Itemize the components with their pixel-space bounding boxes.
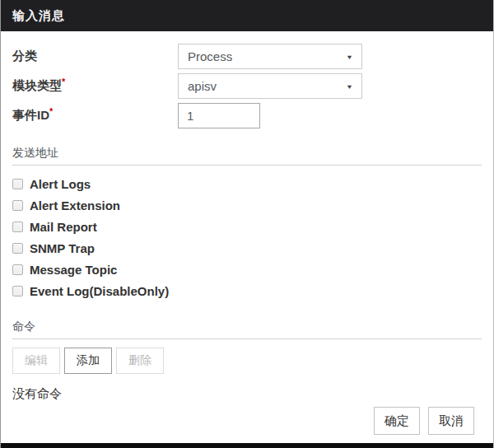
category-label-text: 分类 [12, 49, 37, 63]
event-id-label: 事件ID* [12, 108, 178, 124]
chevron-down-icon: ▼ [346, 53, 353, 60]
form-row-event-id: 事件ID* [12, 103, 482, 128]
event-log-label: Event Log(DisableOnly) [30, 284, 169, 298]
snmp-trap-checkbox[interactable] [12, 243, 23, 254]
command-section-header: 命令 [12, 320, 482, 339]
checkbox-row-message-topic[interactable]: Message Topic [12, 259, 482, 280]
chevron-down-icon: ▼ [346, 82, 353, 90]
event-id-input[interactable] [178, 103, 260, 128]
alert-extension-label: Alert Extension [30, 198, 120, 212]
module-type-label: 模块类型* [12, 78, 178, 94]
category-select-value: Process [188, 49, 346, 63]
message-topic-checkbox[interactable] [12, 264, 23, 275]
input-message-dialog: 输入消息 分类 Process ▼ 模块类型* apisv ▼ 事件ID* 发送… [0, 0, 494, 448]
dialog-footer: 确定 取消 [12, 407, 482, 439]
event-id-label-text: 事件ID [12, 108, 49, 122]
command-button-row: 编辑 添加 删除 [12, 348, 482, 374]
edit-button[interactable]: 编辑 [12, 348, 60, 374]
module-type-select[interactable]: apisv ▼ [178, 73, 362, 99]
checkbox-row-alert-extension[interactable]: Alert Extension [12, 194, 482, 216]
cancel-button[interactable]: 取消 [428, 407, 474, 435]
no-command-text: 没有命令 [12, 386, 482, 402]
checkbox-row-mail-report[interactable]: Mail Report [12, 216, 482, 237]
send-address-options: Alert Logs Alert Extension Mail Report S… [12, 173, 482, 301]
alert-extension-checkbox[interactable] [12, 200, 23, 211]
category-label: 分类 [12, 49, 178, 64]
delete-button[interactable]: 删除 [116, 348, 164, 374]
ok-button[interactable]: 确定 [374, 407, 420, 435]
module-type-select-value: apisv [188, 79, 346, 93]
checkbox-row-alert-logs[interactable]: Alert Logs [12, 173, 482, 194]
mail-report-label: Mail Report [30, 220, 97, 234]
checkbox-row-snmp-trap[interactable]: SNMP Trap [12, 237, 482, 259]
dialog-body: 分类 Process ▼ 模块类型* apisv ▼ 事件ID* 发送地址 Al… [1, 31, 493, 443]
event-log-checkbox[interactable] [12, 286, 23, 296]
dialog-titlebar: 输入消息 [1, 0, 493, 31]
message-topic-label: Message Topic [30, 263, 117, 277]
snmp-trap-label: SNMP Trap [30, 241, 95, 255]
alert-logs-label: Alert Logs [30, 177, 91, 191]
checkbox-row-event-log[interactable]: Event Log(DisableOnly) [12, 280, 482, 301]
dialog-bottom-edge [1, 443, 493, 448]
required-asterisk: * [49, 106, 53, 116]
form-row-module-type: 模块类型* apisv ▼ [12, 73, 482, 99]
form-row-category: 分类 Process ▼ [12, 44, 482, 69]
alert-logs-checkbox[interactable] [12, 179, 23, 189]
category-select[interactable]: Process ▼ [178, 44, 362, 69]
dialog-title: 输入消息 [12, 8, 65, 24]
module-type-label-text: 模块类型 [12, 78, 62, 92]
send-address-section-header: 发送地址 [12, 146, 482, 166]
required-asterisk: * [62, 77, 65, 86]
add-button[interactable]: 添加 [64, 348, 112, 374]
mail-report-checkbox[interactable] [12, 222, 23, 232]
